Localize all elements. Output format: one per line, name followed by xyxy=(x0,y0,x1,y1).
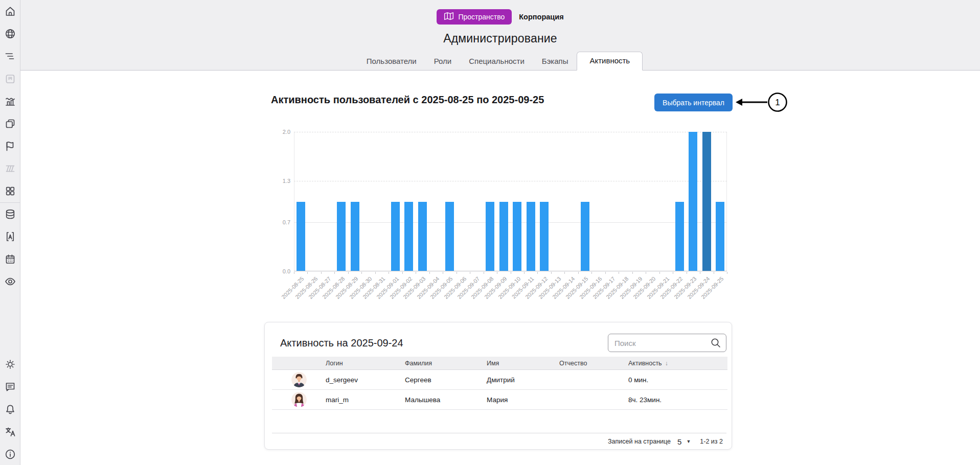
axis-tick xyxy=(727,272,727,274)
search-icon[interactable] xyxy=(710,337,722,349)
per-page-caret-icon[interactable]: ▼ xyxy=(686,439,691,444)
database-icon[interactable] xyxy=(4,208,16,220)
female-avatar xyxy=(291,392,307,407)
cell-surname: Сергеев xyxy=(405,376,487,384)
activity-table-card: Активность на 2025-09-24 ЛогинФамилияИмя… xyxy=(264,322,732,450)
bar-2025-09-05[interactable] xyxy=(445,202,454,271)
sort-desc-icon[interactable]: ↓ xyxy=(665,360,668,367)
axis-tick xyxy=(714,272,714,274)
plot-right-border xyxy=(726,132,727,271)
bar-2025-08-29[interactable] xyxy=(351,202,359,271)
table-title: Активность на 2025-09-24 xyxy=(280,337,403,349)
tab-roles[interactable]: Роли xyxy=(425,52,461,71)
axis-tick xyxy=(389,272,389,274)
analytics-icon[interactable] xyxy=(4,95,16,107)
axis-tick xyxy=(443,272,443,274)
bar-2025-09-12[interactable] xyxy=(540,202,549,271)
comments-icon[interactable] xyxy=(4,381,16,393)
avatar-cell xyxy=(272,372,326,387)
bar-2025-09-08[interactable] xyxy=(486,202,494,271)
cell-login: d_sergeev xyxy=(326,376,405,384)
bar-2025-09-15[interactable] xyxy=(581,202,589,271)
cell-name: Мария xyxy=(487,396,559,404)
axis-tick xyxy=(402,272,403,274)
windows-icon[interactable] xyxy=(4,118,16,130)
breadcrumb: Пространство Корпорация xyxy=(20,9,980,25)
axis-tick xyxy=(619,272,619,274)
male-avatar xyxy=(291,372,307,387)
axis-tick xyxy=(591,272,592,274)
axis-tick xyxy=(632,272,633,274)
pagination-range: 1-2 из 2 xyxy=(700,438,723,445)
glossary-icon[interactable] xyxy=(4,230,16,243)
tab-users[interactable]: Пользователи xyxy=(358,52,425,71)
tab-backups[interactable]: Бэкапы xyxy=(533,52,577,71)
bar-2025-09-01[interactable] xyxy=(391,202,400,271)
bar-2025-09-23[interactable] xyxy=(689,132,697,271)
view-eye-icon[interactable] xyxy=(4,275,16,288)
bar-2025-09-02[interactable] xyxy=(404,202,413,271)
axis-tick xyxy=(348,272,349,274)
axis-tick xyxy=(524,272,525,274)
bar-2025-08-28[interactable] xyxy=(337,202,346,271)
axis-tick xyxy=(537,272,538,274)
bar-2025-09-22[interactable] xyxy=(675,202,684,271)
flag-icon[interactable] xyxy=(4,140,16,152)
annotation-arrow-1: 1 xyxy=(734,91,791,113)
axis-tick xyxy=(578,272,579,274)
column-header: Фамилия xyxy=(405,360,487,367)
materials-icon xyxy=(4,162,16,175)
select-interval-button[interactable]: Выбрать интервал xyxy=(654,94,733,111)
axis-tick xyxy=(470,272,470,274)
y-tick-label: 0.7 xyxy=(283,219,290,225)
apps-grid-icon[interactable] xyxy=(4,185,16,197)
axis-tick xyxy=(564,272,565,274)
info-icon[interactable] xyxy=(4,448,16,460)
notes-icon xyxy=(4,73,16,85)
tab-specialties[interactable]: Специальности xyxy=(460,52,533,71)
activity-bar-chart: 2025-08-252025-08-262025-08-272025-08-28… xyxy=(294,132,727,271)
axis-tick xyxy=(605,272,606,274)
bar-2025-09-11[interactable] xyxy=(527,202,535,271)
column-header: Имя xyxy=(487,360,559,367)
table-row[interactable]: mari_mМалышеваМария8ч. 23мин. xyxy=(272,390,727,410)
search-input[interactable] xyxy=(608,334,726,352)
search-box xyxy=(608,334,726,352)
theme-icon[interactable] xyxy=(4,358,16,370)
space-badge[interactable]: Пространство xyxy=(437,9,512,25)
translate-icon[interactable] xyxy=(4,426,16,438)
chart-title: Активность пользователей с 2025-08-25 по… xyxy=(271,94,544,106)
axis-tick xyxy=(646,272,646,274)
cell-name: Дмитрий xyxy=(487,376,559,384)
globe-icon[interactable] xyxy=(4,28,16,40)
home-icon[interactable] xyxy=(4,5,16,17)
bar-2025-08-25[interactable] xyxy=(297,202,305,271)
column-header: Отчество xyxy=(559,360,628,367)
axis-tick xyxy=(551,272,552,274)
axis-tick xyxy=(700,272,700,274)
axis-tick xyxy=(687,272,687,274)
axis-tick xyxy=(484,272,484,274)
cell-activity: 0 мин. xyxy=(628,376,727,384)
column-header: Логин xyxy=(326,360,405,367)
page-title: Администрирование xyxy=(20,32,980,45)
bar-2025-09-09[interactable] xyxy=(499,202,508,271)
sidebar-divider xyxy=(0,202,20,203)
column-header[interactable]: Активность↓ xyxy=(628,360,727,367)
table-row[interactable]: d_sergeevСергеевДмитрий0 мин. xyxy=(272,370,727,390)
calendar-icon[interactable] xyxy=(4,253,16,265)
bar-2025-09-10[interactable] xyxy=(513,202,521,271)
org-label: Корпорация xyxy=(519,13,563,21)
axis-tick xyxy=(375,272,376,274)
notifications-bell-icon[interactable] xyxy=(4,403,16,415)
sort-lines-icon[interactable] xyxy=(4,50,16,62)
activity-table: ЛогинФамилияИмяОтчествоАктивность↓d_serg… xyxy=(272,357,727,410)
per-page-select[interactable]: 5 xyxy=(677,437,681,446)
bar-2025-09-03[interactable] xyxy=(418,202,427,271)
tab-activity[interactable]: Активность xyxy=(577,52,643,71)
axis-tick xyxy=(416,272,416,274)
bar-2025-09-24[interactable] xyxy=(702,132,711,271)
bar-2025-09-25[interactable] xyxy=(716,202,724,271)
y-tick-label: 1.3 xyxy=(283,178,290,184)
gridline-1.3 xyxy=(294,181,727,181)
